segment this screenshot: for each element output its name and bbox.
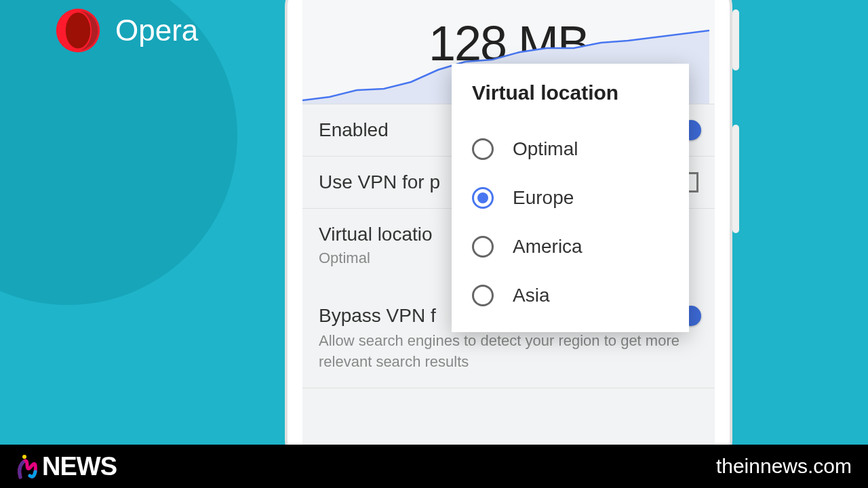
footer-url: theinnews.com (716, 455, 852, 478)
option-label: Europe (513, 187, 574, 209)
setting-label: Enabled (319, 119, 389, 141)
svg-point-2 (71, 16, 85, 46)
setting-label: Bypass VPN f (319, 305, 436, 327)
option-label: Optimal (513, 138, 578, 160)
footer-brand-text: NEWS (42, 452, 117, 481)
footer-bar: NEWS theinnews.com (0, 445, 868, 488)
inews-logo-icon (16, 453, 39, 480)
phone-screen: 128 MB Enabled Use VPN for p Virtual loc… (302, 0, 715, 465)
dialog-option-asia[interactable]: Asia (472, 271, 669, 320)
virtual-location-dialog: Virtual location Optimal Europe America … (452, 64, 689, 332)
opera-brand-text: Opera (115, 14, 198, 47)
background-wave (0, 0, 271, 488)
setting-description: Allow search engines to detect your regi… (319, 331, 698, 373)
dialog-option-america[interactable]: America (472, 222, 669, 271)
dialog-option-optimal[interactable]: Optimal (472, 125, 669, 174)
option-label: America (513, 236, 583, 258)
radio-icon (472, 236, 494, 258)
opera-brand: Opera (54, 7, 198, 54)
setting-sublabel: Optimal (319, 249, 370, 267)
dialog-option-europe[interactable]: Europe (472, 174, 669, 222)
svg-point-3 (22, 455, 26, 459)
radio-icon (472, 187, 494, 209)
option-label: Asia (513, 285, 549, 306)
phone-mockup: 128 MB Enabled Use VPN for p Virtual loc… (285, 0, 732, 468)
radio-icon (472, 285, 494, 306)
footer-brand: NEWS (16, 452, 117, 481)
opera-logo-icon (54, 7, 102, 54)
phone-side-button (732, 125, 739, 233)
dialog-title: Virtual location (472, 81, 669, 104)
phone-side-button (732, 9, 739, 70)
setting-label: Virtual locatio (319, 224, 433, 245)
setting-label: Use VPN for p (319, 171, 440, 193)
radio-icon (472, 138, 494, 160)
